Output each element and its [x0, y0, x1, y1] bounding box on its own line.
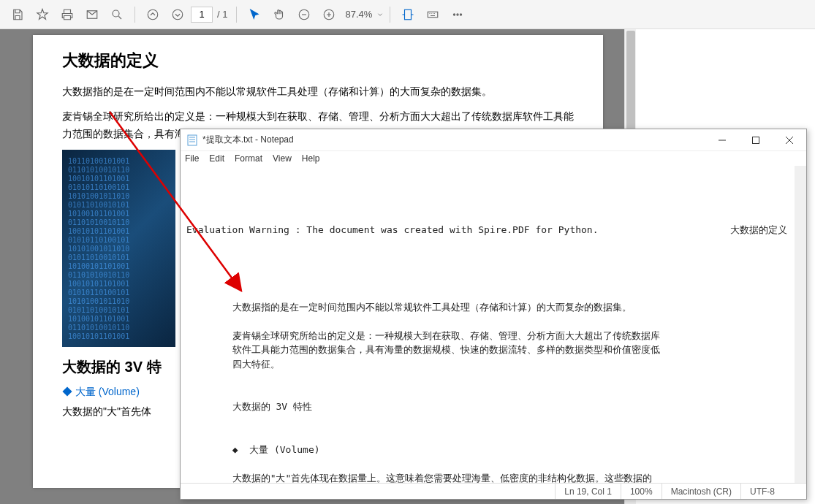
zoom-value: 87.4%	[342, 7, 375, 21]
pdf-paragraph: 大数据指的是在一定时间范围内不能以常规软件工具处理（存储和计算）的大而复杂的数据…	[62, 83, 574, 101]
zoom-in-icon[interactable]	[317, 3, 341, 26]
menu-format[interactable]: Format	[235, 153, 262, 164]
page-up-icon[interactable]	[141, 3, 164, 26]
save-icon[interactable]	[6, 3, 29, 26]
zoom-select[interactable]: 87.4%	[342, 7, 384, 21]
notepad-titlebar[interactable]: *提取文本.txt - Notepad	[181, 129, 806, 151]
menu-edit[interactable]: Edit	[209, 153, 224, 164]
svg-rect-6	[405, 9, 412, 20]
svg-rect-17	[753, 137, 759, 143]
status-zoom: 100%	[621, 484, 662, 499]
notepad-right-title: 大数据的定义	[730, 223, 787, 237]
print-icon[interactable]	[56, 3, 79, 26]
notepad-body-text: 大数据指的是在一定时间范围内不能以常规软件工具处理（存储和计算）的大而复杂的数据…	[186, 300, 787, 484]
svg-rect-7	[428, 12, 439, 18]
hand-icon[interactable]	[268, 3, 291, 26]
pdf-image-binary-globe: 10110100101001 01101010010110 1001010110…	[62, 150, 175, 347]
close-button[interactable]	[773, 129, 806, 151]
status-line-ending: Macintosh (CR)	[662, 484, 740, 499]
pdf-toolbar: / 1 87.4%	[0, 0, 815, 29]
star-icon[interactable]	[31, 3, 54, 26]
svg-rect-12	[188, 135, 197, 145]
menu-file[interactable]: File	[185, 153, 199, 164]
notepad-title: *提取文本.txt - Notepad	[202, 134, 705, 146]
page-down-icon[interactable]	[166, 3, 189, 26]
svg-point-9	[457, 13, 458, 15]
notepad-text-area[interactable]: Evaluation Warning : The document was cr…	[181, 166, 806, 483]
notepad-menubar: File Edit Format View Help	[181, 151, 806, 166]
chevron-down-icon	[376, 11, 384, 18]
notepad-scrollbar[interactable]	[795, 166, 806, 483]
keyboard-icon[interactable]	[421, 3, 444, 26]
fit-width-icon[interactable]	[396, 3, 420, 26]
notepad-statusbar: Ln 19, Col 1 100% Macintosh (CR) UTF-8	[181, 483, 806, 499]
svg-point-3	[173, 9, 183, 20]
page-number-input[interactable]	[191, 7, 213, 23]
page-total-label: / 1	[217, 9, 227, 20]
search-icon[interactable]	[105, 3, 129, 26]
zoom-out-icon[interactable]	[292, 3, 316, 26]
status-cursor-pos: Ln 19, Col 1	[555, 484, 621, 499]
more-icon[interactable]	[446, 3, 469, 26]
maximize-button[interactable]	[739, 129, 773, 151]
svg-point-8	[454, 13, 455, 15]
notepad-window: *提取文本.txt - Notepad File Edit Format Vie…	[180, 129, 807, 500]
status-encoding: UTF-8	[740, 484, 806, 499]
svg-point-1	[113, 10, 119, 17]
notepad-app-icon	[186, 134, 198, 146]
notepad-warning-line: Evaluation Warning : The document was cr…	[186, 223, 599, 237]
minimize-button[interactable]	[705, 129, 739, 151]
svg-point-2	[148, 9, 158, 20]
svg-point-10	[460, 13, 462, 15]
mail-icon[interactable]	[80, 3, 104, 26]
menu-help[interactable]: Help	[302, 153, 320, 164]
menu-view[interactable]: View	[273, 153, 292, 164]
pointer-icon[interactable]	[243, 3, 266, 26]
pdf-heading-1: 大数据的定义	[62, 50, 574, 72]
